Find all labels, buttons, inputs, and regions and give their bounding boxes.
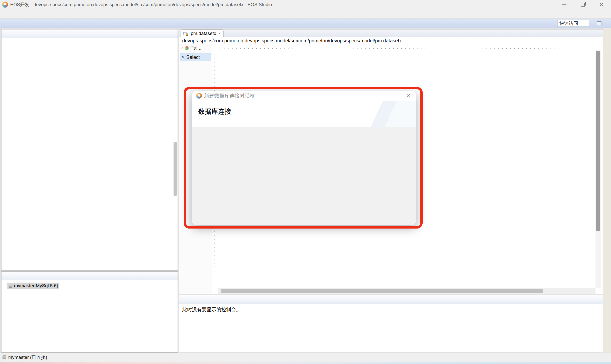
- db-connection-item[interactable]: mymaster[MySql 5.6]: [7, 283, 59, 289]
- quick-access-input[interactable]: 快速访问: [558, 20, 589, 27]
- editor-hscrollbar: [218, 288, 596, 294]
- dialog-close-icon[interactable]: ✕: [405, 93, 412, 99]
- eos-studio-window: EOS开发 - devops-specs/com.primeton.devops…: [0, 0, 611, 364]
- tree-scrollbar[interactable]: [173, 142, 177, 196]
- database-icon: [9, 284, 12, 288]
- new-db-connection-dialog: 新建数据库连接对话框 ✕ 数据库连接: [192, 91, 416, 225]
- eos-logo-icon: [2, 2, 8, 8]
- dialog-body: [192, 127, 416, 225]
- palette-collapse-icon[interactable]: ◁: [181, 46, 183, 50]
- db-view-panel: mymaster[MySql 5.6]: [1, 271, 178, 352]
- editor-tab-label: pm.datasetx: [191, 31, 216, 36]
- titlebar: EOS开发 - devops-specs/com.primeton.devops…: [0, 0, 611, 9]
- hscroll-thumb[interactable]: [221, 289, 543, 293]
- dialog-banner-decoration: [346, 101, 416, 127]
- bottom-gradient-strip: [0, 362, 611, 364]
- editor-tab-pm-datasetx[interactable]: pm.datasetx ✕: [181, 29, 224, 37]
- palette-select-label: Select: [186, 54, 200, 60]
- vscroll-thumb[interactable]: [596, 51, 600, 231]
- db-connection-label: mymaster[MySql 5.6]: [14, 283, 58, 288]
- close-icon[interactable]: ✕: [218, 32, 221, 35]
- console-panel: 此时没有要显示的控制台。: [179, 295, 603, 352]
- main-toolbar: 快速访问: [0, 19, 611, 28]
- window-title: EOS开发 - devops-specs/com.primeton.devops…: [10, 1, 272, 8]
- resource-explorer-panel: [1, 29, 178, 271]
- open-perspective-icon[interactable]: [597, 21, 601, 25]
- status-text: mymaster (已连接): [8, 354, 47, 361]
- statusbar: mymaster (已连接): [0, 353, 611, 362]
- menubar: [0, 9, 611, 19]
- resource-tree: [2, 38, 177, 270]
- dialog-heading-area: 数据库连接: [192, 101, 416, 127]
- palette-title: Pal...: [190, 45, 201, 51]
- close-button[interactable]: ✕: [598, 1, 605, 8]
- dialog-title: 新建数据库连接对话框: [204, 92, 255, 99]
- database-icon: [2, 355, 6, 359]
- eos-logo-icon: [196, 93, 202, 99]
- dialog-titlebar: 新建数据库连接对话框 ✕: [192, 91, 416, 101]
- minimize-button[interactable]: [561, 1, 567, 8]
- editor-tabbar: pm.datasetx ✕: [179, 29, 603, 37]
- palette-icon: [185, 46, 189, 50]
- breadcrumb: devops-specs/com.primeton.devops.specs.m…: [179, 37, 603, 44]
- cursor-icon: ↖: [182, 55, 185, 60]
- palette-tool-select[interactable]: ↖ Select: [180, 53, 211, 61]
- horizontal-ruler: [212, 44, 596, 50]
- dialog-heading: 数据库连接: [198, 108, 231, 115]
- editor-vscrollbar: [596, 50, 601, 288]
- console-message: 此时没有要显示的控制台。: [179, 304, 603, 315]
- restore-button[interactable]: [580, 1, 586, 8]
- minimized-views-strip: [603, 28, 611, 352]
- datasetx-file-icon: [183, 32, 187, 35]
